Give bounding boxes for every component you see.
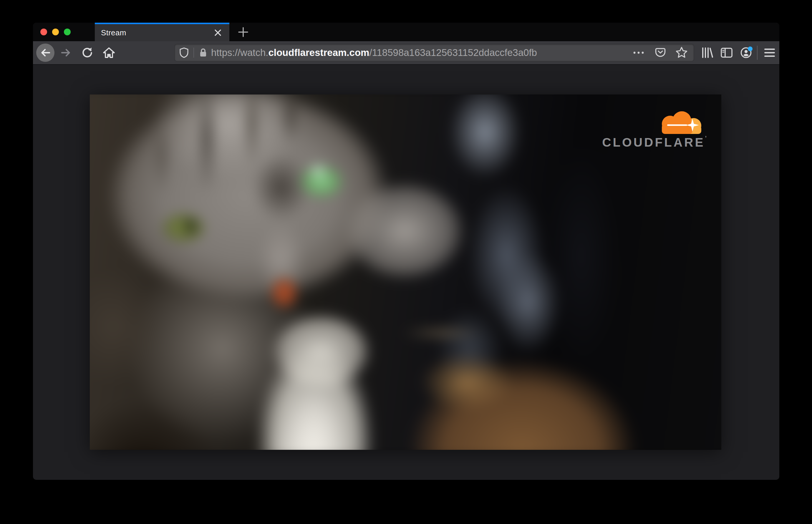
home-button[interactable]: [102, 46, 116, 60]
lock-icon[interactable]: [199, 48, 208, 58]
menu-button[interactable]: [763, 46, 776, 60]
cloudflare-watermark: CLOUDFLARE’: [602, 111, 707, 149]
back-button[interactable]: [36, 44, 54, 62]
navigation-toolbar: https://watch.cloudflarestream.com/11859…: [33, 41, 779, 65]
url-path: /118598a163a125631152ddaccfe3a0fb: [369, 47, 537, 58]
pocket-icon[interactable]: [654, 47, 666, 59]
cloudflare-logo-icon: [655, 111, 707, 134]
back-icon: [39, 47, 51, 59]
bookmark-star-icon[interactable]: [675, 46, 688, 59]
toolbar-separator: [757, 46, 758, 60]
sidebar-icon: [720, 47, 733, 58]
new-tab-button[interactable]: [237, 25, 250, 39]
url-text[interactable]: https://watch.cloudflarestream.com/11859…: [211, 47, 537, 58]
zoom-window-button[interactable]: [64, 29, 71, 35]
account-button[interactable]: [739, 46, 753, 60]
notification-dot: [748, 47, 752, 51]
tracking-shield-icon[interactable]: [179, 47, 189, 58]
library-icon: [701, 47, 714, 59]
url-bar[interactable]: https://watch.cloudflarestream.com/11859…: [175, 44, 694, 61]
toolbar-right-icons: [700, 46, 776, 60]
new-tab-icon: [238, 27, 249, 38]
cloudflare-trademark-tick: ’: [705, 135, 707, 141]
cloudflare-wordmark-text: CLOUDFLARE: [602, 135, 705, 149]
desktop-background: Stream: [0, 0, 812, 524]
page-content: CLOUDFLARE’: [33, 65, 779, 479]
menu-icon: [764, 48, 776, 58]
url-scheme: https://watch.: [211, 47, 268, 58]
urlbar-separator: [193, 48, 194, 58]
tab-bar: Stream: [33, 23, 779, 41]
tab-stream[interactable]: Stream: [95, 23, 229, 41]
browser-window: Stream: [33, 23, 779, 480]
reload-button[interactable]: [80, 46, 94, 60]
window-controls: [33, 23, 95, 41]
page-actions-icon[interactable]: [633, 51, 645, 54]
cloudflare-wordmark: CLOUDFLARE’: [602, 136, 707, 149]
forward-icon: [60, 47, 72, 59]
minimize-window-button[interactable]: [52, 29, 59, 35]
reload-icon: [81, 47, 93, 59]
sidebar-button[interactable]: [720, 46, 733, 60]
url-domain: cloudflarestream.com: [268, 47, 369, 58]
library-button[interactable]: [700, 46, 714, 60]
tab-title: Stream: [101, 28, 213, 37]
close-tab-icon[interactable]: [213, 28, 222, 37]
forward-button[interactable]: [59, 46, 73, 60]
close-window-button[interactable]: [40, 29, 47, 35]
video-player[interactable]: CLOUDFLARE’: [90, 95, 721, 450]
home-icon: [102, 46, 115, 59]
